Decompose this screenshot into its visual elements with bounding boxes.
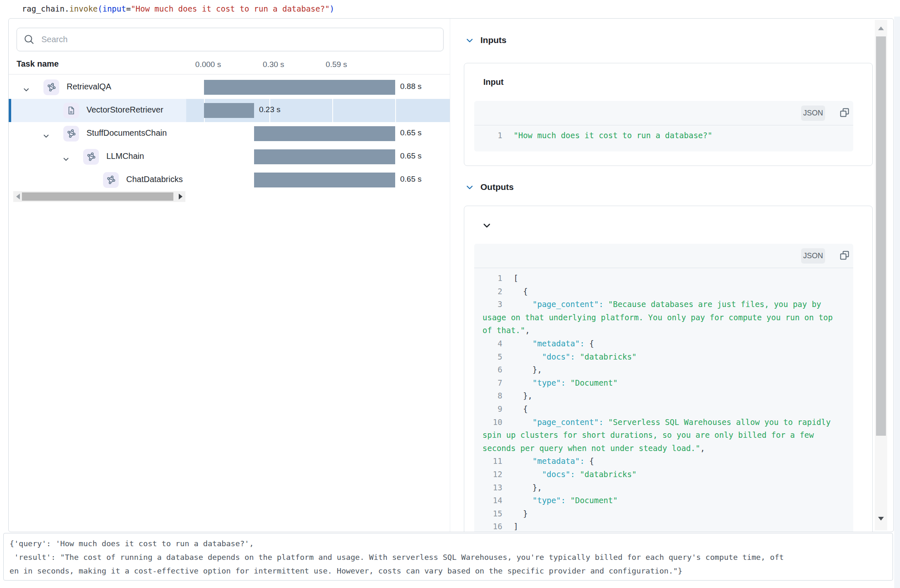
task-name-label: VectorStoreRetriever [86, 105, 163, 115]
gantt-bar[interactable] [204, 103, 254, 118]
line-number: 14 [482, 494, 502, 507]
code-line: 9 { [482, 403, 845, 416]
task-icon-box [63, 103, 79, 118]
vertical-scrollbar-thumb[interactable] [876, 36, 886, 436]
code-token: "How much does it cost to run a database… [131, 4, 329, 13]
line-number: 15 [482, 507, 502, 521]
copy-icon[interactable] [839, 250, 850, 261]
scroll-right-arrow-icon[interactable] [179, 194, 182, 199]
code-token: ) [330, 4, 334, 13]
task-name-cell: StuffDocumentsChain [9, 122, 186, 145]
json-format-button[interactable]: JSON [801, 248, 825, 264]
expand-chevron-icon[interactable] [63, 155, 69, 163]
code-line: 14 "type": "Document" [482, 494, 845, 507]
chain-icon [106, 175, 116, 185]
search-box[interactable] [17, 28, 444, 51]
page-right-gutter [894, 17, 900, 588]
task-name-cell: VectorStoreRetriever [9, 99, 186, 122]
output-code-block: JSON 1[2 {3 "page_content": "Because dat… [474, 244, 853, 532]
result-text-line: en in seconds, making it a cost-effectiv… [10, 564, 893, 578]
task-row[interactable]: RetrievalQA0.88 s [9, 76, 450, 99]
task-table-header: Task name 0.000 s0.30 s0.59 s [9, 57, 450, 74]
time-tick-label: 0.30 s [249, 60, 298, 69]
code-line: 16] [482, 520, 845, 532]
task-row[interactable]: VectorStoreRetriever0.23 s [9, 99, 450, 122]
code-token: ( [98, 4, 102, 13]
line-number: 4 [482, 337, 502, 350]
code-token: = [126, 4, 131, 13]
code-line: 6 }, [482, 363, 845, 377]
duration-label: 0.23 s [259, 105, 281, 114]
result-text-line: {'query': 'How much does it cost to run … [10, 537, 893, 550]
code-line: 13 }, [482, 481, 845, 494]
line-number: 1 [482, 129, 502, 142]
gantt-bar[interactable] [254, 173, 395, 187]
inputs-collapse-icon[interactable] [466, 38, 473, 43]
line-number: 13 [482, 481, 502, 494]
result-text-line: 'result': "The cost of running a databas… [10, 550, 893, 564]
output-code-toolbar: JSON [474, 244, 853, 268]
line-number: 10 [482, 416, 502, 429]
line-number: 6 [482, 363, 502, 377]
line-number: 1 [482, 272, 502, 285]
line-number: 3 [482, 298, 502, 311]
outputs-collapse-icon[interactable] [466, 185, 473, 190]
task-name-label: RetrievalQA [67, 82, 111, 91]
code-line: 8 }, [482, 389, 845, 403]
task-icon-box [43, 79, 59, 95]
line-number: 2 [482, 285, 502, 298]
notebook-code-line: rag_chain.invoke(input="How much does it… [22, 3, 334, 14]
task-name-label: LLMChain [106, 151, 144, 161]
copy-icon[interactable] [839, 107, 850, 118]
task-name-cell: RetrievalQA [9, 76, 186, 99]
task-row[interactable]: ChatDatabricks0.65 s [9, 168, 450, 192]
gantt-bar[interactable] [254, 149, 395, 164]
code-token: input [102, 4, 126, 13]
task-icon-box [103, 172, 119, 188]
search-icon [24, 34, 35, 45]
gantt-bar[interactable] [204, 80, 395, 95]
code-token: invoke [69, 4, 98, 13]
input-code-block: JSON 1"How much does it cost to run a da… [474, 101, 853, 151]
horizontal-scrollbar[interactable] [13, 191, 185, 202]
code-line: 10 "page_content": "Serverless SQL Wareh… [482, 416, 845, 455]
code-line: 2 { [482, 285, 845, 298]
input-card: Input JSON 1"How much does it cost to ru… [464, 63, 873, 166]
task-name-cell: LLMChain [9, 145, 186, 168]
output-card: JSON 1[2 {3 "page_content": "Because dat… [464, 206, 873, 532]
input-code-toolbar: JSON [474, 101, 853, 125]
time-tick-label: 0.000 s [183, 60, 233, 69]
scroll-down-arrow-icon[interactable] [878, 517, 884, 521]
task-name-cell: ChatDatabricks [9, 168, 186, 192]
task-name-column-header: Task name [17, 59, 59, 69]
code-token: rag_chain. [22, 4, 69, 13]
code-line: 4 "metadata": { [482, 337, 845, 350]
task-name-label: ChatDatabricks [126, 175, 183, 184]
scroll-up-arrow-icon[interactable] [878, 26, 884, 30]
time-tick-label: 0.59 s [312, 60, 361, 69]
task-icon-box [83, 149, 99, 165]
gantt-bar[interactable] [254, 126, 395, 141]
expand-chevron-icon[interactable] [24, 86, 29, 93]
expand-chevron-icon[interactable] [43, 132, 49, 139]
output-item-collapse-icon[interactable] [483, 223, 490, 228]
duration-label: 0.65 s [400, 151, 422, 161]
input-field-label: Input [483, 77, 504, 87]
trace-viewer-panel: Task name 0.000 s0.30 s0.59 s RetrievalQ… [8, 18, 894, 532]
scroll-left-arrow-icon[interactable] [16, 194, 20, 199]
output-json-content: 1[2 {3 "page_content": "Because database… [474, 268, 853, 532]
code-line: 11 "metadata": { [482, 455, 845, 468]
line-number: 8 [482, 389, 502, 403]
horizontal-scrollbar-thumb[interactable] [22, 192, 173, 201]
duration-label: 0.65 s [400, 175, 422, 184]
task-row[interactable]: StuffDocumentsChain0.65 s [9, 122, 450, 145]
task-name-label: StuffDocumentsChain [86, 128, 167, 138]
code-line: 1[ [482, 272, 845, 285]
vertical-scrollbar[interactable] [875, 20, 887, 530]
chain-icon [47, 83, 56, 92]
json-format-button[interactable]: JSON [801, 106, 825, 121]
input-json-content: 1"How much does it cost to run a databas… [474, 125, 853, 149]
duration-label: 0.88 s [400, 82, 422, 91]
task-row[interactable]: LLMChain0.65 s [9, 145, 450, 168]
search-input[interactable] [41, 34, 443, 45]
